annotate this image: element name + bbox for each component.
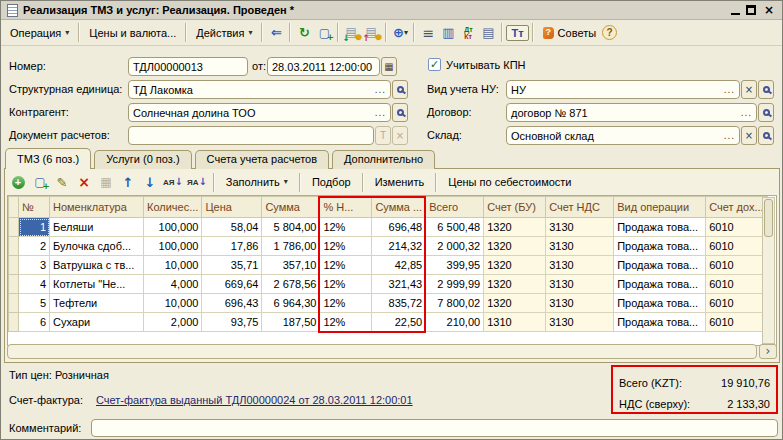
column-header[interactable]: Счет НДС [546, 197, 614, 218]
table-cell[interactable]: Тефтели [50, 294, 144, 313]
operation-menu-button[interactable]: Операция ▾ [4, 25, 75, 41]
report-button[interactable]: ▤ [478, 23, 498, 43]
table-cell[interactable]: 93,75 [202, 313, 262, 332]
table-cell[interactable]: 1 786,00 [262, 237, 320, 256]
minimize-button[interactable] [731, 5, 740, 15]
table-cell[interactable]: 357,10 [262, 256, 320, 275]
refresh-button[interactable]: ↻ [294, 23, 314, 43]
table-cell[interactable]: 3130 [546, 237, 614, 256]
settlement-doc-field[interactable]: T × [128, 126, 408, 145]
search-button[interactable] [758, 103, 774, 122]
column-header[interactable]: Счет (БУ) [484, 197, 546, 218]
end-edit-button[interactable]: ▦ [96, 172, 116, 192]
table-cell[interactable]: 6010 [706, 313, 767, 332]
table-cell[interactable]: Продажа това... [614, 256, 706, 275]
table-cell[interactable]: Котлеты "Не... [50, 275, 144, 294]
table-cell[interactable]: 6 [19, 313, 50, 332]
table-cell[interactable]: 12% [320, 313, 372, 332]
move-up-button[interactable]: ↑ [118, 172, 138, 192]
sort-desc-button[interactable]: ЯА↓ [186, 172, 208, 192]
table-cell[interactable]: 3130 [546, 313, 614, 332]
table-cell[interactable]: 2 000,32 [426, 237, 484, 256]
edit-row-button[interactable]: ✎ [52, 172, 72, 192]
tt-format-button[interactable]: Тт [506, 25, 528, 41]
table-cell[interactable]: Продажа това... [614, 218, 706, 237]
prices-currency-button[interactable]: Цены и валюта... [83, 25, 182, 41]
table-cell[interactable]: 6010 [706, 256, 767, 275]
column-header[interactable]: Вид операции [614, 197, 706, 218]
structural-unit-field[interactable]: ТД Лакомка ... [128, 80, 408, 99]
table-cell[interactable]: 3130 [546, 275, 614, 294]
delete-row-button[interactable]: × [74, 172, 94, 192]
change-button[interactable]: Изменить [369, 174, 431, 190]
table-cell[interactable]: 1 [19, 218, 50, 237]
calendar-icon[interactable]: ▦ [381, 57, 397, 76]
search-button[interactable] [392, 103, 408, 122]
table-cell[interactable]: 696,43 [202, 294, 262, 313]
table-cell[interactable]: 1320 [484, 218, 546, 237]
scrollbar-thumb[interactable] [764, 199, 773, 237]
table-cell[interactable]: 2 [19, 237, 50, 256]
table-cell[interactable]: 5 804,00 [262, 218, 320, 237]
row-selector[interactable] [9, 256, 19, 275]
scroll-right-button[interactable]: › [759, 344, 777, 359]
nu-kind-field[interactable]: НУ ... × [506, 80, 774, 99]
table-cell[interactable]: 2 999,99 [426, 275, 484, 294]
table-cell[interactable]: 6010 [706, 237, 767, 256]
comment-input[interactable] [91, 419, 778, 437]
ellipsis-button[interactable]: ... [372, 107, 386, 118]
table-cell[interactable]: 399,95 [426, 256, 484, 275]
table-cell[interactable]: 10,000 [144, 256, 202, 275]
table-cell[interactable]: 210,00 [426, 313, 484, 332]
table-cell[interactable]: 4 [19, 275, 50, 294]
clear-button[interactable]: × [392, 126, 408, 145]
column-header[interactable]: Сумма ... [372, 197, 426, 218]
ellipsis-button[interactable]: ... [721, 130, 735, 141]
add-row-button[interactable]: + [8, 172, 28, 192]
related-documents-button[interactable]: ▤ ● ↑ [362, 23, 382, 43]
table-cell[interactable]: 6010 [706, 275, 767, 294]
go-to-button[interactable]: ⊕ ▾ [390, 23, 410, 43]
table-cell[interactable]: 6010 [706, 294, 767, 313]
table-cell[interactable]: 12% [320, 218, 372, 237]
table-cell[interactable]: 835,72 [372, 294, 426, 313]
table-cell[interactable]: 5 [19, 294, 50, 313]
table-cell[interactable]: 696,48 [372, 218, 426, 237]
table-cell[interactable]: 1310 [484, 313, 546, 332]
table-cell[interactable]: 10,000 [144, 294, 202, 313]
ellipsis-button[interactable]: ... [721, 84, 735, 95]
column-header[interactable]: Номенклатура [50, 197, 144, 218]
row-selector[interactable] [9, 294, 19, 313]
checklist-button[interactable]: ▥ [438, 23, 458, 43]
table-cell[interactable]: Продажа това... [614, 237, 706, 256]
tab-additional[interactable]: Дополнительно [332, 150, 435, 169]
tab-tmz[interactable]: ТМЗ (6 поз.) [5, 148, 91, 169]
table-cell[interactable]: 3 [19, 256, 50, 275]
table-cell[interactable]: Сухари [50, 313, 144, 332]
table-cell[interactable]: 187,50 [262, 313, 320, 332]
table-cell[interactable]: 12% [320, 275, 372, 294]
table-cell[interactable]: 2,000 [144, 313, 202, 332]
table-cell[interactable]: 1320 [484, 256, 546, 275]
table-cell[interactable]: 7 800,02 [426, 294, 484, 313]
table-cell[interactable]: 12% [320, 237, 372, 256]
pick-button[interactable]: Подбор [306, 174, 357, 190]
ellipsis-button[interactable]: ... [738, 107, 752, 118]
table-cell[interactable]: Булочка сдоб... [50, 237, 144, 256]
table-cell[interactable]: 100,000 [144, 237, 202, 256]
tab-services[interactable]: Услуги (0 поз.) [94, 150, 191, 169]
column-header[interactable]: № [19, 197, 50, 218]
warehouse-field[interactable]: Основной склад ... × [506, 126, 774, 145]
maximize-button[interactable] [746, 5, 756, 15]
row-selector[interactable] [9, 313, 19, 332]
ellipsis-button[interactable]: ... [372, 84, 386, 95]
table-cell[interactable]: 1320 [484, 275, 546, 294]
table-cell[interactable]: 58,04 [202, 218, 262, 237]
table-cell[interactable]: 100,000 [144, 218, 202, 237]
table-cell[interactable]: Продажа това... [614, 275, 706, 294]
table-cell[interactable]: 6 500,48 [426, 218, 484, 237]
search-button[interactable] [758, 126, 774, 145]
table-cell[interactable]: 669,64 [202, 275, 262, 294]
move-down-button[interactable]: ↓ [140, 172, 160, 192]
copy-create-button[interactable]: ▢+ [314, 23, 334, 43]
